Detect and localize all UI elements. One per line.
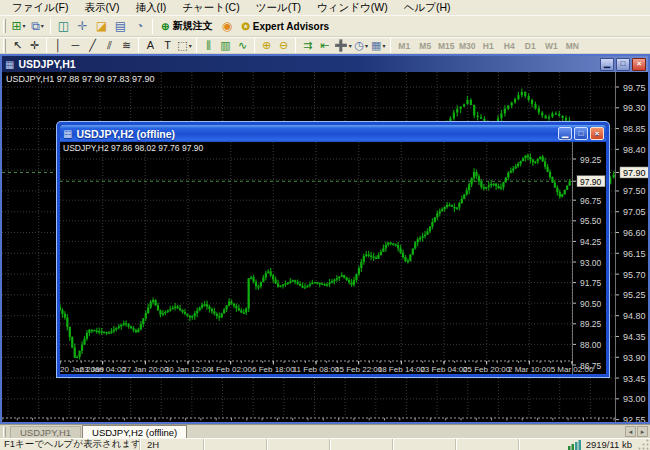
channel-button[interactable]: ⫽: [101, 38, 118, 53]
horizontal-line-button[interactable]: ─: [67, 38, 84, 53]
h1-close-button[interactable]: ×: [632, 58, 646, 71]
trendline-button[interactable]: ╱: [84, 38, 101, 53]
new-chart-button[interactable]: ⊞▾: [9, 17, 28, 35]
fibonacci-button[interactable]: ≋: [118, 38, 135, 53]
svg-text:90.50: 90.50: [580, 299, 602, 309]
text-label-icon: T: [164, 40, 171, 51]
auto-scroll-button[interactable]: ⇉: [299, 38, 316, 53]
svg-text:94.25: 94.25: [580, 237, 602, 247]
zoom-in-button[interactable]: ⊕: [258, 38, 275, 53]
tab-usdjpy-h2-offline[interactable]: USDJPY,H2 (offline): [82, 425, 187, 438]
tab-usdjpy-h1[interactable]: USDJPY,H1: [10, 426, 81, 438]
toolbar-separator: [46, 38, 47, 53]
toolbar-separator: [138, 38, 139, 53]
data-window-button[interactable]: ✛: [73, 17, 92, 35]
svg-text:95.50: 95.50: [580, 216, 602, 226]
toolbar-grip[interactable]: [3, 39, 6, 53]
tab-scroll-right-button[interactable]: ▸: [637, 426, 648, 437]
h2-chart-area[interactable]: 99.2597.9096.7595.5094.2593.0091.7590.50…: [60, 142, 606, 374]
cursor-tool-button[interactable]: ↖: [9, 38, 26, 53]
periods-button[interactable]: ◷▾: [353, 38, 370, 53]
chevron-down-icon: ▾: [365, 43, 368, 49]
svg-text:93.45: 93.45: [623, 374, 646, 384]
h1-minimize-button[interactable]: ▁: [600, 58, 614, 71]
menu-chart[interactable]: チャート(C): [174, 0, 247, 16]
vertical-line-button[interactable]: │: [50, 38, 67, 53]
status-traffic: 2919/11 kb: [586, 439, 632, 450]
h2-close-button[interactable]: ×: [590, 127, 604, 140]
svg-text:99.25: 99.25: [580, 155, 602, 165]
crosshair-tool-button[interactable]: ✛: [26, 38, 43, 53]
status-help-text: F1キーでヘルプが表示されます: [0, 439, 140, 450]
h2-maximize-button[interactable]: □: [574, 127, 588, 140]
timeframe-m15-button[interactable]: M15: [436, 41, 457, 51]
vertical-line-icon: │: [55, 40, 62, 51]
h1-window-titlebar[interactable]: ▦ USDJPY,H1 ▁ □ ×: [2, 56, 648, 72]
timeframe-h1-button[interactable]: H1: [478, 41, 499, 51]
tab-scroll-buttons: ◂ ▸: [625, 426, 648, 437]
status-timeframe: 2H: [140, 439, 204, 450]
data-window-icon: ✛: [77, 20, 87, 32]
h2-window-titlebar[interactable]: ▦ USDJPY,H2 (offline) ▁ □ ×: [60, 125, 606, 142]
timeframe-w1-button[interactable]: W1: [541, 41, 562, 51]
h1-chart-area[interactable]: 99.7599.3098.8598.4097.9097.5097.0596.60…: [2, 72, 648, 422]
candlestick-chart-button[interactable]: ▥: [217, 38, 234, 53]
timeframe-d1-button[interactable]: D1: [520, 41, 541, 51]
resize-grip[interactable]: [638, 439, 650, 450]
expert-advisors-button[interactable]: ✪Expert Advisors: [236, 17, 334, 35]
h2-minimize-button[interactable]: ▁: [558, 127, 572, 140]
new-order-button[interactable]: ⊕新規注文: [156, 17, 217, 35]
status-section: [393, 439, 456, 450]
templates-button[interactable]: ▦▾: [370, 38, 387, 53]
tab-scroll-left-button[interactable]: ◂: [625, 426, 636, 437]
timeframe-m30-button[interactable]: M30: [457, 41, 478, 51]
timeframe-m1-button[interactable]: M1: [394, 41, 415, 51]
menu-tools[interactable]: ツール(T): [248, 0, 309, 16]
line-chart-button[interactable]: ∿: [234, 38, 251, 53]
menu-window[interactable]: ウィンドウ(W): [309, 0, 396, 16]
metaeditor-button[interactable]: ◉: [217, 17, 236, 35]
shapes-icon: ⬚: [177, 40, 187, 51]
svg-text:94.80: 94.80: [623, 311, 646, 321]
text-label-button[interactable]: T: [159, 38, 176, 53]
drawing-toolbar: ↖ ✛ │ ─ ╱ ⫽ ≋ A T ⬚▾ ⫼ ▥ ∿ ⊕ ⊖ ⇉ ⇤ ➕▾ ◷▾…: [0, 37, 650, 54]
market-watch-button[interactable]: ◫: [54, 17, 73, 35]
chevron-down-icon: ▾: [189, 43, 192, 49]
zoom-out-button[interactable]: ⊖: [275, 38, 292, 53]
standard-toolbar: ⊞▾ ⧉▾ ◫ ✛ ◪ ▤ ◔ ⊕新規注文 ◉ ✪Expert Advisors: [0, 15, 650, 37]
terminal-button[interactable]: ▤: [111, 17, 130, 35]
expert-advisors-icon: ✪: [241, 21, 249, 32]
timeframe-mn-button[interactable]: MN: [562, 41, 583, 51]
menu-file[interactable]: ファイル(F): [4, 0, 76, 16]
svg-text:4 Feb 02:00: 4 Feb 02:00: [209, 365, 252, 374]
menu-view[interactable]: 表示(V): [76, 0, 127, 16]
toolbar-separator: [152, 19, 153, 34]
timeframe-m5-button[interactable]: M5: [415, 41, 436, 51]
timeframe-h4-button[interactable]: H4: [499, 41, 520, 51]
chart-shift-button[interactable]: ⇤: [316, 38, 333, 53]
menu-help[interactable]: ヘルプ(H): [396, 0, 459, 16]
templates-icon: ▦: [371, 40, 381, 51]
text-tool-button[interactable]: A: [142, 38, 159, 53]
profiles-button[interactable]: ⧉▾: [28, 17, 47, 35]
bar-chart-button[interactable]: ⫼: [200, 38, 217, 53]
h2-chart-canvas[interactable]: 99.2597.9096.7595.5094.2593.0091.7590.50…: [60, 142, 606, 374]
connection-bars-icon: [568, 440, 582, 450]
menu-insert[interactable]: 挿入(I): [127, 0, 174, 16]
toolbar-grip[interactable]: [3, 19, 6, 33]
crosshair-icon: ✛: [30, 40, 39, 51]
h2-window-controls: ▁ □ ×: [558, 127, 604, 140]
navigator-button[interactable]: ◪: [92, 17, 111, 35]
arrows-tool-button[interactable]: ⬚▾: [176, 38, 193, 53]
auto-scroll-icon: ⇉: [303, 40, 312, 51]
strategy-tester-button[interactable]: ◔: [130, 17, 149, 35]
svg-text:95.25: 95.25: [623, 290, 646, 300]
svg-text:88.00: 88.00: [580, 340, 602, 350]
toolbar-separator: [50, 19, 51, 34]
indicators-button[interactable]: ➕▾: [333, 38, 353, 53]
zoom-out-icon: ⊖: [279, 40, 288, 51]
svg-text:6 Feb 18:00: 6 Feb 18:00: [252, 365, 295, 374]
svg-text:93.90: 93.90: [623, 353, 646, 363]
h1-restore-button[interactable]: □: [616, 58, 630, 71]
svg-text:97.05: 97.05: [623, 207, 646, 217]
